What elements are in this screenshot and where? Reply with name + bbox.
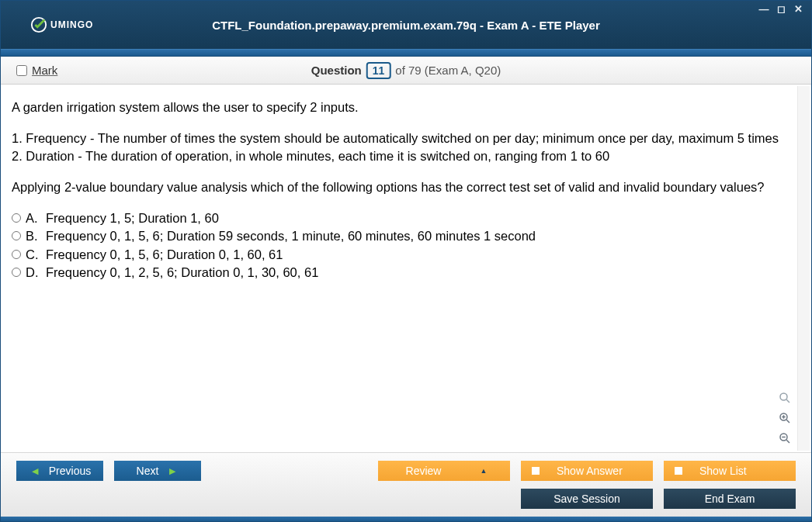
option-letter: B.	[26, 227, 41, 244]
stop-icon	[675, 467, 682, 475]
mark-checkbox-input[interactable]	[16, 65, 27, 76]
question-header-bar: Mark Question 11 of 79 (Exam A, Q20)	[1, 57, 811, 85]
option-text: Frequency 0, 1, 5, 6; Duration 0, 1, 60,…	[46, 246, 283, 263]
question-content: A garden irrigation system allows the us…	[1, 85, 811, 452]
svg-line-8	[786, 440, 789, 443]
question-number-box[interactable]: 11	[366, 62, 391, 79]
option-c[interactable]: C. Frequency 0, 1, 5, 6; Duration 0, 1, …	[12, 246, 800, 263]
previous-button[interactable]: ◀ Previous	[16, 461, 103, 481]
triangle-up-icon: ▲	[480, 467, 487, 475]
button-row-2: Save Session End Exam	[16, 489, 796, 509]
option-text: Frequency 0, 1, 2, 5, 6; Duration 0, 1, …	[46, 264, 318, 281]
option-a-radio[interactable]	[12, 213, 21, 223]
stop-icon	[532, 467, 540, 475]
app-logo: UMINGO	[30, 16, 93, 33]
question-total: of 79 (Exam A, Q20)	[395, 64, 501, 77]
svg-line-2	[786, 399, 789, 403]
next-button[interactable]: Next ▶	[114, 461, 201, 481]
zoom-out-icon[interactable]	[777, 430, 793, 446]
save-session-button[interactable]: Save Session	[521, 489, 653, 509]
show-list-button[interactable]: Show List	[664, 461, 796, 481]
window-title: CTFL_Foundation.prepaway.premium.exam.79…	[212, 19, 600, 32]
question-label: Question	[311, 64, 362, 77]
show-answer-label: Show Answer	[557, 465, 623, 477]
close-icon[interactable]: ✕	[793, 4, 803, 15]
scrollbar[interactable]	[797, 86, 810, 451]
option-a[interactable]: A. Frequency 1, 5; Duration 1, 60	[12, 209, 800, 226]
option-b[interactable]: B. Frequency 0, 1, 5, 6; Duration 59 sec…	[12, 227, 800, 244]
next-label: Next	[137, 465, 159, 477]
question-line1: 1. Frequency - The number of times the s…	[12, 130, 785, 147]
window-controls: — ◻ ✕	[758, 4, 803, 15]
option-text: Frequency 0, 1, 5, 6; Duration 59 second…	[46, 227, 536, 244]
option-c-radio[interactable]	[12, 250, 21, 259]
zoom-in-icon[interactable]	[777, 410, 793, 426]
bottom-strip	[1, 517, 811, 521]
mark-label: Mark	[32, 64, 57, 77]
review-label: Review	[406, 465, 442, 477]
divider-strip	[1, 49, 811, 57]
search-icon[interactable]	[777, 390, 793, 406]
option-b-radio[interactable]	[12, 231, 21, 240]
question-position: Question 11 of 79 (Exam A, Q20)	[311, 62, 501, 79]
svg-line-4	[786, 420, 789, 423]
save-session-label: Save Session	[553, 493, 620, 505]
end-exam-label: End Exam	[705, 493, 755, 505]
review-button[interactable]: Review ▲	[378, 461, 510, 481]
maximize-icon[interactable]: ◻	[776, 4, 786, 15]
option-d-radio[interactable]	[12, 268, 21, 277]
option-letter: D.	[26, 264, 41, 281]
option-letter: A.	[26, 209, 41, 226]
previous-label: Previous	[49, 465, 91, 477]
show-list-label: Show List	[699, 465, 747, 477]
option-d[interactable]: D. Frequency 0, 1, 2, 5, 6; Duration 0, …	[12, 264, 800, 281]
show-answer-button[interactable]: Show Answer	[521, 461, 653, 481]
answer-options: A. Frequency 1, 5; Duration 1, 60 B. Fre…	[12, 209, 800, 281]
mark-checkbox[interactable]: Mark	[16, 64, 57, 77]
chevron-left-icon: ◀	[32, 466, 38, 476]
question-line2: 2. Duration - The duration of operation,…	[12, 147, 785, 164]
button-bar: ◀ Previous Next ▶ Review ▲ Show Answer S…	[1, 452, 811, 517]
chevron-right-icon: ▶	[169, 466, 175, 476]
minimize-icon[interactable]: —	[758, 4, 769, 15]
option-text: Frequency 1, 5; Duration 1, 60	[46, 209, 219, 226]
title-bar: UMINGO CTFL_Foundation.prepaway.premium.…	[1, 1, 811, 49]
question-text: A garden irrigation system allows the us…	[12, 99, 800, 195]
question-prompt: Applying 2-value boundary value analysis…	[12, 178, 785, 195]
zoom-tools	[777, 390, 793, 446]
button-row-1: ◀ Previous Next ▶ Review ▲ Show Answer S…	[16, 461, 796, 481]
option-letter: C.	[26, 246, 41, 263]
brand-text: UMINGO	[50, 19, 93, 30]
svg-point-1	[780, 393, 787, 400]
end-exam-button[interactable]: End Exam	[664, 489, 796, 509]
checkmark-icon	[30, 16, 47, 33]
question-intro: A garden irrigation system allows the us…	[12, 99, 785, 116]
